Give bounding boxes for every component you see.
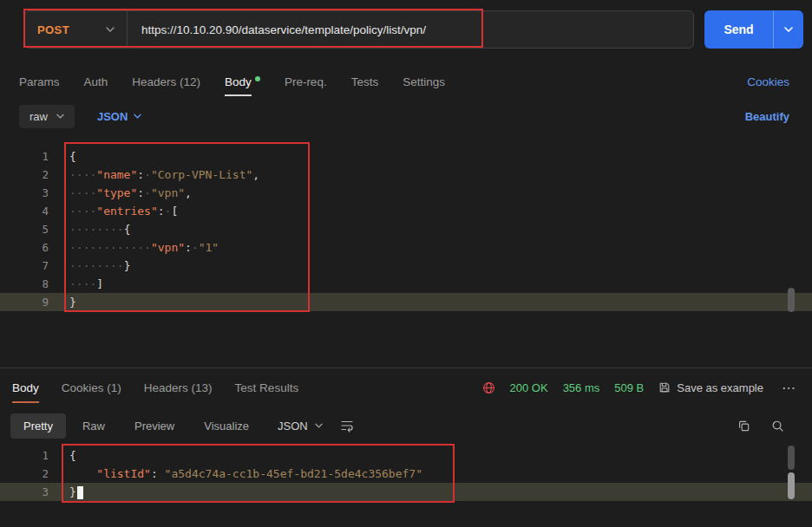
line-number: 1 [0, 446, 49, 465]
code-line[interactable]: 3} [0, 483, 812, 501]
tab-body[interactable]: Body [225, 75, 260, 88]
tab-tests[interactable]: Tests [351, 75, 379, 88]
body-format-label: JSON [97, 110, 128, 123]
url-input[interactable]: https://10.10.20.90/dataservice/template… [128, 11, 693, 48]
chevron-down-icon [106, 27, 115, 32]
view-raw[interactable]: Raw [69, 413, 118, 439]
code-token: · [144, 168, 151, 181]
body-type-dropdown[interactable]: raw [19, 105, 75, 128]
code-text: "listId": "a5d4c74a-cc1b-45ef-bd21-5de4c… [49, 465, 422, 483]
code-line[interactable]: 7········} [0, 257, 812, 275]
request-editor-scrollbar[interactable] [788, 288, 795, 312]
code-token: { [124, 223, 131, 236]
body-format-dropdown[interactable]: JSON [97, 110, 141, 123]
tab-auth[interactable]: Auth [84, 75, 108, 88]
line-number: 8 [0, 275, 49, 293]
response-time[interactable]: 356 ms [563, 381, 600, 394]
chevron-down-icon [784, 27, 793, 32]
search-icon[interactable] [771, 420, 784, 433]
response-tabs: Body Cookies (1) Headers (13) Test Resul… [0, 368, 812, 407]
copy-icon[interactable] [737, 420, 750, 433]
save-icon [658, 381, 671, 394]
view-preview[interactable]: Preview [121, 413, 187, 439]
line-number: 3 [0, 483, 49, 501]
code-text: ········} [49, 257, 130, 275]
save-as-example-label: Save as example [677, 381, 763, 394]
code-token: "type" [96, 186, 137, 199]
code-token: [ [171, 205, 178, 218]
response-tab-cookies[interactable]: Cookies (1) [62, 381, 121, 394]
code-token: ········ [69, 223, 124, 236]
code-token: "vpn" [151, 186, 185, 199]
code-line[interactable]: 3····"type":·"vpn", [0, 184, 812, 202]
unsaved-changes-dot [255, 76, 260, 81]
code-line[interactable]: 8····] [0, 275, 812, 293]
code-token: "entries" [96, 205, 157, 218]
code-line[interactable]: 6············"vpn":·"1" [0, 238, 812, 257]
code-line[interactable]: 9} [0, 293, 812, 311]
send-button[interactable]: Send [704, 10, 774, 49]
request-url-bar: POST https://10.10.20.90/dataservice/tem… [24, 10, 694, 49]
response-body-viewer[interactable]: 1{2 "listId": "a5d4c74a-cc1b-45ef-bd21-5… [0, 445, 812, 501]
view-pretty[interactable]: Pretty [10, 413, 66, 439]
code-token: "Corp-VPN-List" [151, 168, 252, 181]
send-options-button[interactable] [774, 10, 803, 49]
code-token [69, 467, 96, 480]
send-split-button: Send [704, 10, 803, 49]
more-actions-button[interactable]: ⋯ [778, 380, 800, 396]
code-token: : [151, 467, 165, 480]
tab-params[interactable]: Params [19, 75, 60, 88]
tab-headers[interactable]: Headers (12) [132, 75, 200, 88]
code-line[interactable]: 1{ [0, 147, 812, 166]
tab-settings[interactable]: Settings [403, 75, 445, 88]
save-as-example-button[interactable]: Save as example [658, 381, 763, 394]
code-token: : [137, 168, 144, 181]
request-tabs: Params Auth Headers (12) Body Pre-req. T… [19, 69, 789, 94]
response-tools-right [737, 420, 802, 433]
chevron-down-icon [315, 423, 323, 428]
response-status[interactable]: 200 OK [510, 381, 548, 394]
body-type-label: raw [29, 110, 48, 123]
code-text: ····"name":·"Corp-VPN-List", [49, 166, 259, 184]
response-scrollbar-thumb[interactable] [788, 472, 795, 499]
code-text: ············"vpn":·"1" [49, 238, 219, 257]
cookies-link[interactable]: Cookies [747, 75, 789, 88]
code-text: ····] [49, 275, 103, 293]
code-token: "vpn" [151, 241, 185, 254]
tab-pre-request[interactable]: Pre-req. [285, 75, 327, 88]
code-line[interactable]: 1{ [0, 446, 812, 465]
response-tab-test-results[interactable]: Test Results [235, 381, 299, 394]
code-token: , [252, 168, 259, 181]
code-token: ···· [69, 168, 96, 181]
method-dropdown[interactable]: POST [25, 11, 128, 48]
view-visualize[interactable]: Visualize [191, 413, 262, 439]
response-view-toolbar: Pretty Raw Preview Visualize JSON [0, 407, 812, 445]
line-number: 2 [0, 465, 49, 483]
code-token: : [185, 241, 192, 254]
response-size[interactable]: 509 B [614, 381, 644, 394]
code-token: } [69, 485, 76, 498]
response-format-dropdown[interactable]: JSON [278, 420, 323, 433]
response-tab-body[interactable]: Body [12, 381, 39, 394]
response-tab-headers[interactable]: Headers (13) [144, 381, 213, 394]
wrap-lines-button[interactable] [340, 419, 354, 433]
response-scrollbar-thumb[interactable] [788, 446, 795, 470]
code-text: { [49, 446, 76, 465]
code-line[interactable]: 5········{ [0, 220, 812, 238]
line-number: 4 [0, 202, 49, 220]
text-cursor [77, 486, 83, 499]
code-line[interactable]: 2 "listId": "a5d4c74a-cc1b-45ef-bd21-5de… [0, 465, 812, 483]
request-body-editor[interactable]: 1{2····"name":·"Corp-VPN-List",3····"typ… [0, 140, 812, 364]
method-label: POST [37, 23, 69, 36]
code-token: ···· [69, 277, 96, 290]
code-line[interactable]: 4····"entries":·[ [0, 202, 812, 220]
code-text: } [49, 483, 83, 501]
code-line[interactable]: 2····"name":·"Corp-VPN-List", [0, 166, 812, 184]
beautify-link[interactable]: Beautify [745, 110, 789, 123]
response-meta: 200 OK 356 ms 509 B Save as example ⋯ [482, 380, 800, 396]
line-number: 7 [0, 257, 49, 275]
chevron-down-icon [56, 114, 64, 119]
code-token: } [69, 296, 76, 309]
ssl-warning-globe-icon[interactable] [482, 381, 495, 394]
line-number: 3 [0, 184, 49, 202]
